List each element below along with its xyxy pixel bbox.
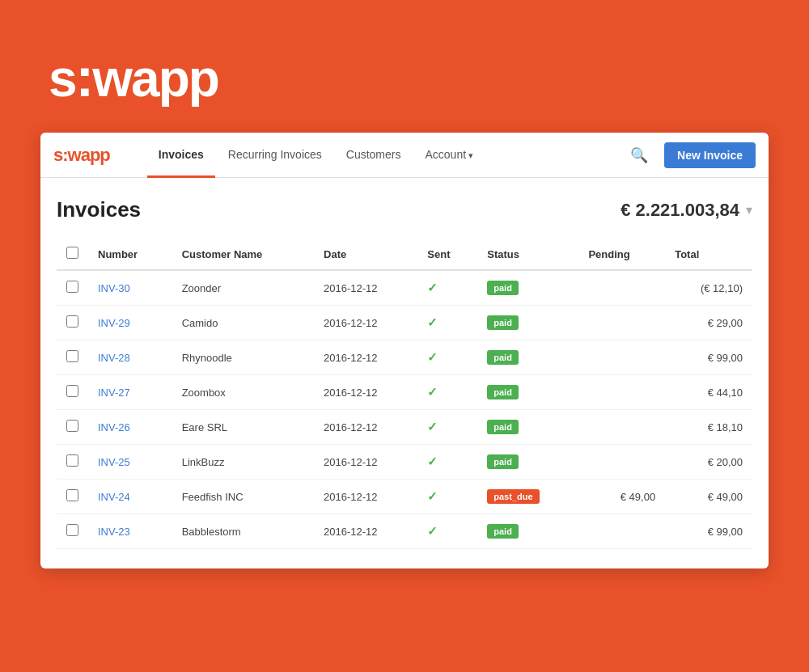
row-date: 2016-12-12 [314, 410, 417, 445]
col-header-total: Total [665, 239, 752, 270]
page-title: Invoices [57, 197, 141, 222]
sent-checkmark: ✓ [427, 489, 438, 503]
invoice-link-6[interactable]: INV-24 [98, 491, 130, 503]
col-header-status: Status [477, 239, 578, 270]
row-date: 2016-12-12 [314, 480, 417, 514]
row-status: past_due [477, 480, 578, 514]
row-pending [578, 306, 665, 340]
row-total: € 29,00 [665, 306, 752, 340]
page-header: Invoices € 2.221.003,84 ▾ [57, 197, 752, 222]
row-customer: Rhynoodle [172, 340, 314, 375]
row-inv-id: INV-24 [88, 480, 172, 514]
row-checkbox-7[interactable] [66, 524, 78, 536]
row-inv-id: INV-26 [88, 410, 172, 445]
sent-checkmark: ✓ [427, 281, 438, 294]
row-date: 2016-12-12 [314, 514, 417, 549]
nav-link-customers[interactable]: Customers [335, 133, 413, 178]
row-sent: ✓ [417, 514, 477, 549]
table-row: INV-30 Zoonder 2016-12-12 ✓ paid (€ 12,1… [57, 270, 752, 306]
nav-link-recurring[interactable]: Recurring Invoices [217, 133, 333, 178]
row-sent: ✓ [417, 306, 477, 340]
nav-logo-text: s:wapp [53, 145, 110, 166]
row-checkbox-0[interactable] [66, 281, 78, 293]
row-check-cell [57, 514, 88, 549]
sent-checkmark: ✓ [427, 350, 438, 364]
select-all-checkbox[interactable] [66, 247, 78, 259]
table-row: INV-27 Zoombox 2016-12-12 ✓ paid € 44,10 [57, 375, 752, 410]
invoice-link-0[interactable]: INV-30 [98, 282, 130, 294]
nav-link-invoices[interactable]: Invoices [147, 133, 215, 178]
row-checkbox-4[interactable] [66, 420, 78, 432]
row-inv-id: INV-28 [88, 340, 172, 375]
row-customer: Zoombox [172, 375, 314, 410]
nav-link-account[interactable]: Account [413, 133, 485, 178]
invoice-link-5[interactable]: INV-25 [98, 456, 130, 468]
invoice-link-4[interactable]: INV-26 [98, 421, 130, 433]
row-pending [578, 270, 665, 306]
row-customer: Eare SRL [172, 410, 314, 445]
new-invoice-button[interactable]: New Invoice [664, 142, 756, 168]
row-total: € 49,00 [665, 480, 752, 514]
row-pending [578, 514, 665, 549]
row-customer: Camido [172, 306, 314, 340]
col-header-sent: Sent [417, 239, 477, 270]
row-check-cell [57, 340, 88, 375]
row-check-cell [57, 306, 88, 340]
table-header-row: Number Customer Name Date Sent Status Pe… [57, 239, 752, 270]
row-total: (€ 12,10) [665, 270, 752, 306]
invoice-link-2[interactable]: INV-28 [98, 352, 130, 364]
sent-checkmark: ✓ [427, 454, 438, 468]
row-status: paid [477, 445, 578, 480]
row-date: 2016-12-12 [314, 445, 417, 480]
col-header-customer: Customer Name [172, 239, 314, 270]
row-customer: Feedfish INC [172, 480, 314, 514]
status-badge-1: paid [487, 315, 519, 330]
row-total: € 20,00 [665, 445, 752, 480]
row-checkbox-1[interactable] [66, 315, 78, 328]
row-customer: Zoonder [172, 270, 314, 306]
row-pending [578, 410, 665, 445]
status-badge-2: paid [487, 350, 519, 365]
row-check-cell [57, 375, 88, 410]
status-badge-3: paid [487, 385, 519, 399]
app-card: s:wapp Invoices Recurring Invoices Custo… [40, 133, 769, 568]
search-icon[interactable]: 🔍 [624, 140, 654, 171]
hero-logo-text: s:wapp [49, 49, 218, 108]
row-status: paid [477, 340, 578, 375]
row-checkbox-6[interactable] [66, 489, 78, 501]
row-pending [578, 375, 665, 410]
row-total: € 99,00 [665, 340, 752, 375]
sent-checkmark: ✓ [427, 420, 438, 433]
col-header-date: Date [314, 239, 417, 270]
invoice-link-1[interactable]: INV-29 [98, 317, 130, 329]
nav-links: Invoices Recurring Invoices Customers Ac… [123, 133, 621, 177]
table-row: INV-24 Feedfish INC 2016-12-12 ✓ past_du… [57, 480, 752, 514]
table-row: INV-26 Eare SRL 2016-12-12 ✓ paid € 18,1… [57, 410, 752, 445]
outer-wrapper: s:wapp s:wapp Invoices Recurring Invoice… [24, 24, 785, 672]
total-dropdown-icon[interactable]: ▾ [746, 202, 752, 218]
row-date: 2016-12-12 [314, 375, 417, 410]
table-row: INV-28 Rhynoodle 2016-12-12 ✓ paid € 99,… [57, 340, 752, 375]
row-checkbox-5[interactable] [66, 454, 78, 467]
row-checkbox-2[interactable] [66, 350, 78, 362]
row-checkbox-3[interactable] [66, 385, 78, 397]
row-date: 2016-12-12 [314, 340, 417, 375]
row-total: € 99,00 [665, 514, 752, 549]
row-status: paid [477, 514, 578, 549]
status-badge-7: paid [487, 524, 519, 539]
nav-logo: s:wapp [53, 145, 110, 166]
status-badge-6: past_due [487, 489, 539, 504]
navbar: s:wapp Invoices Recurring Invoices Custo… [40, 133, 769, 178]
table-row: INV-29 Camido 2016-12-12 ✓ paid € 29,00 [57, 306, 752, 340]
row-status: paid [477, 375, 578, 410]
nav-link-dashboard[interactable] [123, 140, 146, 171]
invoice-link-3[interactable]: INV-27 [98, 387, 130, 399]
invoice-link-7[interactable]: INV-23 [98, 526, 130, 538]
row-pending: € 49,00 [578, 480, 665, 514]
row-customer: Babblestorm [172, 514, 314, 549]
row-date: 2016-12-12 [314, 270, 417, 306]
row-check-cell [57, 410, 88, 445]
invoice-table: Number Customer Name Date Sent Status Pe… [57, 239, 752, 549]
row-sent: ✓ [417, 340, 477, 375]
row-sent: ✓ [417, 270, 477, 306]
